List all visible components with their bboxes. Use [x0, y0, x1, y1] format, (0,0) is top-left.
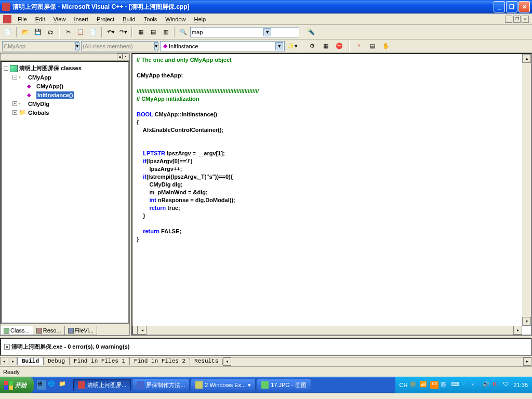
class-input[interactable]	[4, 42, 75, 51]
tray-clock[interactable]: 21:35	[513, 382, 528, 388]
tree-class-cmydlg[interactable]: +CMyDlg	[4, 99, 126, 108]
filter-input[interactable]	[83, 42, 154, 51]
menu-build[interactable]: Build	[118, 15, 139, 23]
paste-button[interactable]: 📄	[87, 26, 99, 38]
start-button[interactable]: 开始	[0, 377, 34, 393]
tree-root[interactable]: -清明上河图屏保 classes	[4, 64, 126, 73]
tree-member-ctor[interactable]: CMyApp()	[4, 82, 126, 90]
open-button[interactable]: 📂	[20, 26, 31, 38]
menu-view[interactable]: View	[49, 15, 70, 23]
ql-desktop-icon[interactable]: 🖥	[37, 380, 46, 390]
save-all-button[interactable]: 🗂	[45, 26, 56, 38]
output-tab-build[interactable]: Build	[17, 357, 44, 365]
filter-dropdown[interactable]: ▾	[154, 42, 158, 50]
scroll-down[interactable]: ▾	[522, 317, 531, 326]
ql-ie-icon[interactable]: 🌐	[48, 380, 57, 390]
output-tab-left[interactable]: ◂	[0, 357, 8, 365]
menu-help[interactable]: Help	[190, 15, 210, 23]
code-content[interactable]: // The one and only CMyApp object CMyApp…	[132, 54, 531, 245]
tray-keyboard-icon[interactable]: ⌨	[451, 381, 459, 389]
member-combo[interactable]: ◆ ▾	[160, 41, 285, 51]
compile-button[interactable]: ⚙	[307, 41, 318, 52]
member-dropdown[interactable]: ▾	[275, 42, 283, 50]
maximize-button[interactable]: ❐	[506, 1, 517, 12]
output-body[interactable]: × 清明上河图屏保.exe - 0 error(s), 0 warning(s)	[0, 338, 532, 356]
workspace-close[interactable]: ×	[123, 54, 128, 59]
execute-button[interactable]: !	[353, 41, 365, 52]
new-button[interactable]: 📄	[2, 26, 14, 38]
tray-arrow-icon[interactable]: ‹	[472, 381, 480, 389]
tab-fileview[interactable]: FileVi...	[64, 326, 97, 335]
mdi-restore[interactable]: ❐	[513, 16, 521, 23]
class-combo[interactable]: ▾	[2, 41, 79, 51]
minimize-button[interactable]: _	[494, 1, 505, 12]
output-button[interactable]: ▤	[148, 26, 159, 38]
build-button[interactable]: ▦	[320, 41, 331, 52]
tray-ime-icon[interactable]: cn	[430, 381, 438, 389]
menu-window[interactable]: Window	[161, 15, 190, 23]
close-button[interactable]: ✕	[518, 1, 530, 12]
code-editor[interactable]: // The one and only CMyApp object CMyApp…	[131, 53, 532, 336]
tab-classview[interactable]: Class...	[0, 326, 33, 335]
split-handle[interactable]	[132, 326, 138, 335]
window-list-button[interactable]: ▥	[160, 26, 171, 38]
find-tool-button[interactable]: 🔍	[178, 26, 189, 38]
tree-class-cmyapp[interactable]: -CMyApp	[4, 73, 126, 82]
menu-file[interactable]: FFileile	[14, 15, 31, 23]
mdi-minimize[interactable]: _	[505, 16, 512, 23]
mdi-close[interactable]: ×	[522, 16, 529, 23]
task-paint[interactable]: 17.JPG - 画图	[257, 379, 311, 391]
copy-button[interactable]: 📋	[75, 26, 86, 38]
tray-icon-2[interactable]: 📶	[420, 381, 428, 389]
output-tab-right[interactable]: ▸	[9, 357, 17, 365]
editor-vscrollbar[interactable]: ▴▾	[522, 54, 531, 326]
tray-volume-icon[interactable]: 🔊	[482, 381, 490, 389]
task-doc[interactable]: 屏保制作方法...	[132, 379, 190, 391]
workspace-pin[interactable]: ▴	[117, 54, 123, 59]
save-button[interactable]: 💾	[32, 26, 44, 38]
tree-member-initinstance[interactable]: InitInstance()	[4, 90, 126, 99]
output-tab-results[interactable]: Results	[190, 357, 223, 365]
menu-tools[interactable]: Tools	[140, 15, 162, 23]
class-dropdown[interactable]: ▾	[75, 42, 79, 50]
output-tab-debug[interactable]: Debug	[43, 357, 70, 365]
output-scroll-left[interactable]: ◂	[223, 357, 231, 366]
tray-shield-icon[interactable]: 🛡	[503, 381, 511, 389]
tray-help-icon[interactable]: ?	[461, 381, 470, 389]
workspace-button[interactable]: ▦	[135, 26, 147, 38]
member-input[interactable]	[169, 42, 275, 51]
tray-icon-1[interactable]: 🔆	[409, 381, 418, 389]
undo-button[interactable]: ↶▾	[105, 26, 116, 38]
redo-button[interactable]: ↷▾	[117, 26, 129, 38]
find-dropdown[interactable]: ▾	[263, 28, 271, 36]
output-tab-find2[interactable]: Find in Files 2	[129, 357, 190, 365]
tab-resourceview[interactable]: Reso...	[33, 326, 65, 335]
editor-hscrollbar[interactable]: ◂▸	[132, 326, 522, 335]
task-msvc[interactable]: 清明上河图屏...	[73, 379, 131, 391]
menu-project[interactable]: Project	[92, 15, 118, 23]
wizard-action-button[interactable]: ✨▾	[287, 41, 298, 52]
output-scroll-right[interactable]: ▸	[523, 357, 531, 366]
tray-k-icon[interactable]: K	[493, 381, 501, 389]
menu-edit[interactable]: Edit	[31, 15, 49, 23]
class-tree[interactable]: -清明上河图屏保 classes -CMyApp CMyApp() InitIn…	[1, 61, 129, 324]
stop-build-button[interactable]: ⛔	[334, 41, 345, 52]
output-tab-find1[interactable]: Find in Files 1	[69, 357, 130, 365]
ime-indicator[interactable]: CH	[400, 382, 408, 388]
search-button[interactable]: 🔦	[305, 26, 317, 38]
scroll-left[interactable]: ◂	[138, 326, 147, 335]
find-input[interactable]	[192, 28, 263, 37]
filter-combo[interactable]: ▾	[81, 41, 158, 51]
ql-app-icon[interactable]: 📁	[59, 380, 68, 390]
go-button[interactable]: ▤	[367, 41, 378, 52]
task-explorer[interactable]: 2 Windows Ex...▾	[191, 379, 256, 391]
menu-insert[interactable]: Insert	[70, 15, 92, 23]
output-close[interactable]: ×	[4, 344, 10, 350]
tree-globals[interactable]: +Globals	[4, 108, 126, 117]
scroll-right[interactable]: ▸	[513, 326, 522, 335]
breakpoint-button[interactable]: ✋	[380, 41, 392, 52]
find-combo[interactable]: ▾	[190, 27, 299, 37]
cut-button[interactable]: ✂	[62, 26, 74, 38]
tray-ime2-icon[interactable]: 筒	[441, 381, 449, 389]
scroll-up[interactable]: ▴	[522, 54, 531, 63]
